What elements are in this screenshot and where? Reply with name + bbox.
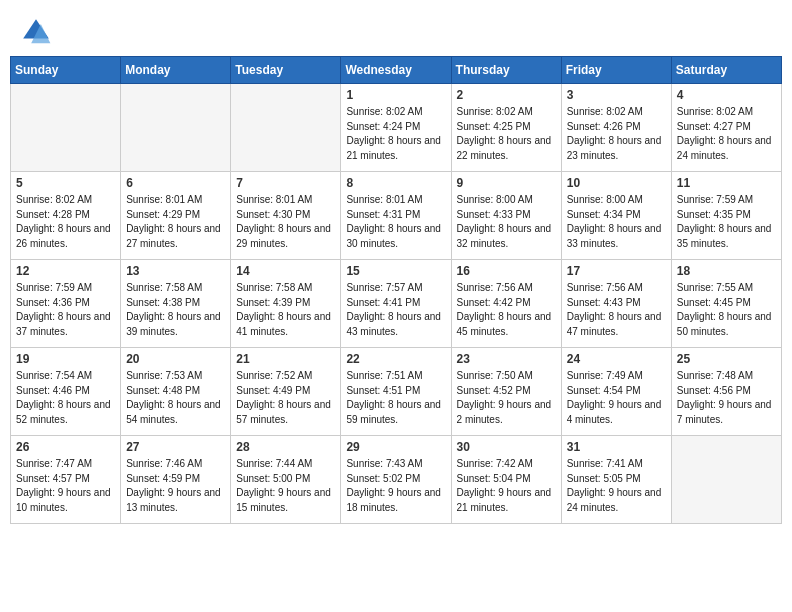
calendar-cell: 15Sunrise: 7:57 AMSunset: 4:41 PMDayligh…	[341, 260, 451, 348]
day-info: Sunrise: 7:58 AMSunset: 4:39 PMDaylight:…	[236, 281, 335, 339]
day-number: 24	[567, 352, 666, 366]
day-number: 5	[16, 176, 115, 190]
calendar-cell: 12Sunrise: 7:59 AMSunset: 4:36 PMDayligh…	[11, 260, 121, 348]
day-info: Sunrise: 7:54 AMSunset: 4:46 PMDaylight:…	[16, 369, 115, 427]
calendar-cell: 2Sunrise: 8:02 AMSunset: 4:25 PMDaylight…	[451, 84, 561, 172]
day-info: Sunrise: 8:02 AMSunset: 4:28 PMDaylight:…	[16, 193, 115, 251]
calendar-wrapper: SundayMondayTuesdayWednesdayThursdayFrid…	[0, 56, 792, 534]
week-row-2: 5Sunrise: 8:02 AMSunset: 4:28 PMDaylight…	[11, 172, 782, 260]
weekday-header-sunday: Sunday	[11, 57, 121, 84]
calendar-cell: 24Sunrise: 7:49 AMSunset: 4:54 PMDayligh…	[561, 348, 671, 436]
day-info: Sunrise: 8:02 AMSunset: 4:26 PMDaylight:…	[567, 105, 666, 163]
day-info: Sunrise: 7:51 AMSunset: 4:51 PMDaylight:…	[346, 369, 445, 427]
weekday-header-thursday: Thursday	[451, 57, 561, 84]
calendar-cell: 16Sunrise: 7:56 AMSunset: 4:42 PMDayligh…	[451, 260, 561, 348]
day-number: 30	[457, 440, 556, 454]
day-info: Sunrise: 8:01 AMSunset: 4:31 PMDaylight:…	[346, 193, 445, 251]
calendar-cell: 9Sunrise: 8:00 AMSunset: 4:33 PMDaylight…	[451, 172, 561, 260]
week-row-4: 19Sunrise: 7:54 AMSunset: 4:46 PMDayligh…	[11, 348, 782, 436]
calendar-cell: 28Sunrise: 7:44 AMSunset: 5:00 PMDayligh…	[231, 436, 341, 524]
day-info: Sunrise: 7:56 AMSunset: 4:42 PMDaylight:…	[457, 281, 556, 339]
day-info: Sunrise: 7:58 AMSunset: 4:38 PMDaylight:…	[126, 281, 225, 339]
calendar-cell: 25Sunrise: 7:48 AMSunset: 4:56 PMDayligh…	[671, 348, 781, 436]
day-info: Sunrise: 7:42 AMSunset: 5:04 PMDaylight:…	[457, 457, 556, 515]
day-number: 29	[346, 440, 445, 454]
day-info: Sunrise: 8:01 AMSunset: 4:30 PMDaylight:…	[236, 193, 335, 251]
day-number: 7	[236, 176, 335, 190]
day-number: 23	[457, 352, 556, 366]
day-number: 11	[677, 176, 776, 190]
day-info: Sunrise: 7:43 AMSunset: 5:02 PMDaylight:…	[346, 457, 445, 515]
day-number: 19	[16, 352, 115, 366]
day-number: 28	[236, 440, 335, 454]
calendar-cell: 31Sunrise: 7:41 AMSunset: 5:05 PMDayligh…	[561, 436, 671, 524]
day-info: Sunrise: 7:47 AMSunset: 4:57 PMDaylight:…	[16, 457, 115, 515]
day-number: 14	[236, 264, 335, 278]
day-number: 26	[16, 440, 115, 454]
day-number: 4	[677, 88, 776, 102]
calendar-cell: 8Sunrise: 8:01 AMSunset: 4:31 PMDaylight…	[341, 172, 451, 260]
calendar-cell	[11, 84, 121, 172]
day-number: 27	[126, 440, 225, 454]
calendar-cell	[231, 84, 341, 172]
calendar-cell: 17Sunrise: 7:56 AMSunset: 4:43 PMDayligh…	[561, 260, 671, 348]
day-info: Sunrise: 7:59 AMSunset: 4:35 PMDaylight:…	[677, 193, 776, 251]
weekday-header-monday: Monday	[121, 57, 231, 84]
day-info: Sunrise: 8:00 AMSunset: 4:33 PMDaylight:…	[457, 193, 556, 251]
week-row-1: 1Sunrise: 8:02 AMSunset: 4:24 PMDaylight…	[11, 84, 782, 172]
day-info: Sunrise: 8:02 AMSunset: 4:25 PMDaylight:…	[457, 105, 556, 163]
calendar-cell: 7Sunrise: 8:01 AMSunset: 4:30 PMDaylight…	[231, 172, 341, 260]
calendar-table: SundayMondayTuesdayWednesdayThursdayFrid…	[10, 56, 782, 524]
logo	[20, 16, 56, 48]
day-info: Sunrise: 7:52 AMSunset: 4:49 PMDaylight:…	[236, 369, 335, 427]
day-number: 31	[567, 440, 666, 454]
calendar-cell: 27Sunrise: 7:46 AMSunset: 4:59 PMDayligh…	[121, 436, 231, 524]
day-info: Sunrise: 7:44 AMSunset: 5:00 PMDaylight:…	[236, 457, 335, 515]
day-number: 21	[236, 352, 335, 366]
logo-icon	[20, 16, 52, 48]
calendar-cell: 5Sunrise: 8:02 AMSunset: 4:28 PMDaylight…	[11, 172, 121, 260]
day-number: 13	[126, 264, 225, 278]
day-info: Sunrise: 7:59 AMSunset: 4:36 PMDaylight:…	[16, 281, 115, 339]
day-number: 17	[567, 264, 666, 278]
day-info: Sunrise: 8:00 AMSunset: 4:34 PMDaylight:…	[567, 193, 666, 251]
day-info: Sunrise: 7:53 AMSunset: 4:48 PMDaylight:…	[126, 369, 225, 427]
day-number: 3	[567, 88, 666, 102]
calendar-cell: 1Sunrise: 8:02 AMSunset: 4:24 PMDaylight…	[341, 84, 451, 172]
calendar-cell: 10Sunrise: 8:00 AMSunset: 4:34 PMDayligh…	[561, 172, 671, 260]
calendar-cell: 3Sunrise: 8:02 AMSunset: 4:26 PMDaylight…	[561, 84, 671, 172]
weekday-header-tuesday: Tuesday	[231, 57, 341, 84]
calendar-cell: 23Sunrise: 7:50 AMSunset: 4:52 PMDayligh…	[451, 348, 561, 436]
calendar-cell: 26Sunrise: 7:47 AMSunset: 4:57 PMDayligh…	[11, 436, 121, 524]
week-row-3: 12Sunrise: 7:59 AMSunset: 4:36 PMDayligh…	[11, 260, 782, 348]
calendar-cell: 18Sunrise: 7:55 AMSunset: 4:45 PMDayligh…	[671, 260, 781, 348]
day-number: 10	[567, 176, 666, 190]
calendar-cell: 4Sunrise: 8:02 AMSunset: 4:27 PMDaylight…	[671, 84, 781, 172]
page: SundayMondayTuesdayWednesdayThursdayFrid…	[0, 0, 792, 612]
day-info: Sunrise: 7:41 AMSunset: 5:05 PMDaylight:…	[567, 457, 666, 515]
week-row-5: 26Sunrise: 7:47 AMSunset: 4:57 PMDayligh…	[11, 436, 782, 524]
day-number: 22	[346, 352, 445, 366]
day-number: 20	[126, 352, 225, 366]
calendar-cell: 13Sunrise: 7:58 AMSunset: 4:38 PMDayligh…	[121, 260, 231, 348]
calendar-cell: 14Sunrise: 7:58 AMSunset: 4:39 PMDayligh…	[231, 260, 341, 348]
calendar-cell	[121, 84, 231, 172]
calendar-cell: 22Sunrise: 7:51 AMSunset: 4:51 PMDayligh…	[341, 348, 451, 436]
day-info: Sunrise: 7:48 AMSunset: 4:56 PMDaylight:…	[677, 369, 776, 427]
calendar-cell	[671, 436, 781, 524]
day-number: 12	[16, 264, 115, 278]
calendar-cell: 20Sunrise: 7:53 AMSunset: 4:48 PMDayligh…	[121, 348, 231, 436]
calendar-cell: 30Sunrise: 7:42 AMSunset: 5:04 PMDayligh…	[451, 436, 561, 524]
day-number: 2	[457, 88, 556, 102]
day-number: 8	[346, 176, 445, 190]
day-info: Sunrise: 7:49 AMSunset: 4:54 PMDaylight:…	[567, 369, 666, 427]
calendar-cell: 29Sunrise: 7:43 AMSunset: 5:02 PMDayligh…	[341, 436, 451, 524]
weekday-header-friday: Friday	[561, 57, 671, 84]
day-info: Sunrise: 8:01 AMSunset: 4:29 PMDaylight:…	[126, 193, 225, 251]
day-number: 1	[346, 88, 445, 102]
day-number: 25	[677, 352, 776, 366]
day-info: Sunrise: 8:02 AMSunset: 4:27 PMDaylight:…	[677, 105, 776, 163]
day-number: 15	[346, 264, 445, 278]
day-number: 16	[457, 264, 556, 278]
weekday-header-wednesday: Wednesday	[341, 57, 451, 84]
